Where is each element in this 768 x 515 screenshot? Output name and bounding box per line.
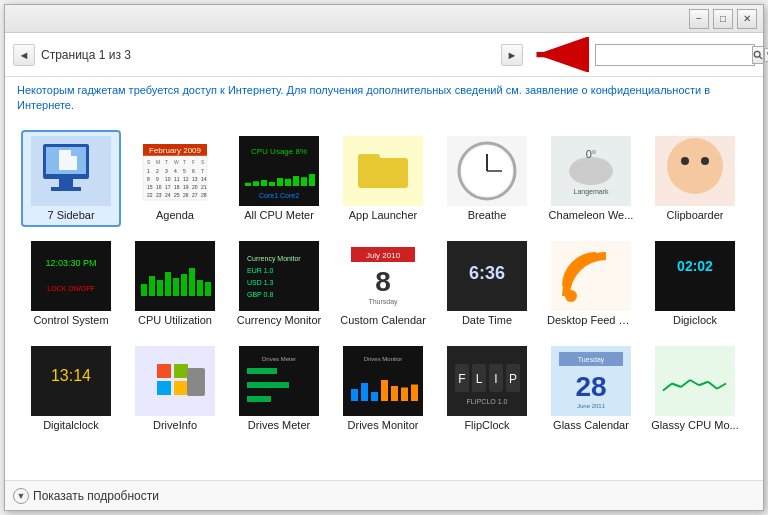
gadget-icon [343, 136, 423, 206]
search-button[interactable] [752, 46, 764, 64]
svg-rect-60 [309, 174, 315, 186]
gadget-item[interactable]: Drives MonitorDrives Monitor [333, 340, 433, 437]
gadget-item[interactable]: 6:36Date Time [437, 235, 537, 332]
svg-rect-87 [181, 274, 187, 296]
svg-text:11: 11 [174, 176, 180, 182]
gadget-item[interactable]: Breathe [437, 130, 537, 227]
gadget-item[interactable]: July 20108ThursdayCustom Calendar [333, 235, 433, 332]
svg-text:8: 8 [147, 176, 150, 182]
svg-rect-119 [247, 396, 271, 402]
search-input[interactable] [600, 48, 750, 62]
svg-rect-8 [51, 187, 81, 191]
gadget-item[interactable]: FLIPFLIPCLO 1.0FlipClock [437, 340, 537, 437]
svg-rect-52 [245, 183, 251, 186]
svg-point-104 [565, 290, 577, 302]
svg-text:8: 8 [375, 266, 391, 297]
title-bar: − □ ✕ [5, 5, 763, 33]
gadget-icon [655, 346, 735, 416]
gadget-icon: CPU Usage 8%Core1 Core2 [239, 136, 319, 206]
svg-text:9: 9 [156, 176, 159, 182]
svg-text:6: 6 [192, 168, 195, 174]
svg-rect-124 [371, 392, 378, 401]
gadget-item[interactable]: 0°LangemarkChameleon We... [541, 130, 641, 227]
gadget-name: Clipboarder [667, 209, 724, 221]
svg-text:F: F [458, 372, 465, 386]
svg-rect-126 [391, 386, 398, 401]
svg-text:P: P [509, 372, 517, 386]
svg-rect-118 [247, 382, 289, 388]
gadget-gallery-window: − □ ✕ ◄ Страница 1 из 3 ► ▼ [4, 4, 764, 511]
svg-rect-78 [31, 241, 111, 311]
svg-point-77 [701, 157, 709, 165]
svg-rect-57 [285, 179, 291, 186]
gadget-icon: July 20108Thursday [343, 241, 423, 311]
close-button[interactable]: ✕ [737, 9, 757, 29]
gadget-item[interactable]: Drives MeterDrives Meter [229, 340, 329, 437]
svg-rect-54 [261, 180, 267, 186]
svg-rect-112 [157, 381, 171, 395]
svg-rect-127 [401, 387, 408, 401]
gadget-icon [135, 346, 215, 416]
details-label: Показать подробности [33, 489, 159, 503]
svg-text:Core1  Core2: Core1 Core2 [259, 192, 299, 199]
minimize-button[interactable]: − [689, 9, 709, 29]
svg-rect-114 [187, 368, 205, 396]
footer-bar: ▼ Показать подробности [5, 480, 763, 510]
svg-point-71 [569, 157, 613, 185]
svg-rect-111 [174, 364, 188, 378]
svg-text:15: 15 [147, 184, 153, 190]
svg-text:26: 26 [183, 192, 189, 198]
svg-text:14: 14 [201, 176, 207, 182]
svg-text:18: 18 [174, 184, 180, 190]
details-chevron-icon: ▼ [13, 488, 29, 504]
gadget-item[interactable]: 13:14Digitalclock [21, 340, 121, 437]
maximize-button[interactable]: □ [713, 9, 733, 29]
gadget-item[interactable]: CPU Usage 8%Core1 Core2All CPU Meter [229, 130, 329, 227]
gadget-item[interactable]: February 2009SMTWTFS12345678910111213141… [125, 130, 225, 227]
gadget-item[interactable]: 12:03:30 PMLOCK ON/OFFControl System [21, 235, 121, 332]
svg-point-2 [754, 51, 760, 57]
svg-text:21: 21 [201, 184, 207, 190]
gadgets-grid: 7 SidebarFebruary 2009SMTWTFS12345678910… [21, 130, 747, 437]
gadget-item[interactable]: Clipboarder [645, 130, 745, 227]
gadget-name: Digiclock [673, 314, 717, 326]
gadget-item[interactable]: CPU Utilization [125, 235, 225, 332]
gadget-item[interactable]: Glassy CPU Mo... [645, 340, 745, 437]
gadget-item[interactable]: 7 Sidebar [21, 130, 121, 227]
svg-text:28: 28 [575, 371, 606, 402]
gadget-name: Glass Calendar [553, 419, 629, 431]
svg-text:FLIPCLO 1.0: FLIPCLO 1.0 [467, 398, 508, 405]
gadget-icon: 6:36 [447, 241, 527, 311]
gadget-item[interactable]: Desktop Feed R... [541, 235, 641, 332]
svg-rect-84 [157, 280, 163, 296]
svg-rect-123 [361, 383, 368, 401]
svg-text:12:03:30 PM: 12:03:30 PM [45, 258, 96, 268]
svg-text:24: 24 [165, 192, 171, 198]
show-details-button[interactable]: ▼ Показать подробности [13, 488, 159, 504]
svg-line-3 [759, 56, 762, 59]
search-dropdown-button[interactable]: ▼ [764, 48, 768, 62]
gadget-item[interactable]: Currency MonitorEUR 1.0USD 1.3GBP 0.8Cur… [229, 235, 329, 332]
info-bar: Некоторым гаджетам требуется доступ к Ин… [5, 77, 763, 120]
svg-text:July 2010: July 2010 [366, 251, 401, 260]
svg-rect-117 [247, 368, 277, 374]
svg-text:23: 23 [156, 192, 162, 198]
next-page-button[interactable]: ► [501, 44, 523, 66]
svg-text:EUR 1.0: EUR 1.0 [247, 267, 274, 274]
prev-page-button[interactable]: ◄ [13, 44, 35, 66]
gadget-item[interactable]: DriveInfo [125, 340, 225, 437]
svg-text:Langemark: Langemark [573, 188, 609, 196]
gadget-name: Drives Monitor [348, 419, 419, 431]
gadget-icon: Tuesday28June 2011 [551, 346, 631, 416]
svg-rect-59 [301, 177, 307, 186]
gadget-item[interactable]: App Launcher [333, 130, 433, 227]
gadget-item[interactable]: 02:02Digiclock [645, 235, 745, 332]
svg-rect-83 [149, 276, 155, 296]
gadget-name: Glassy CPU Mo... [651, 419, 738, 431]
gadget-item[interactable]: Tuesday28June 2011Glass Calendar [541, 340, 641, 437]
svg-text:I: I [494, 372, 497, 386]
gadget-icon: Drives Monitor [343, 346, 423, 416]
svg-text:W: W [174, 159, 179, 165]
gadget-name: Agenda [156, 209, 194, 221]
svg-text:13:14: 13:14 [51, 367, 91, 384]
